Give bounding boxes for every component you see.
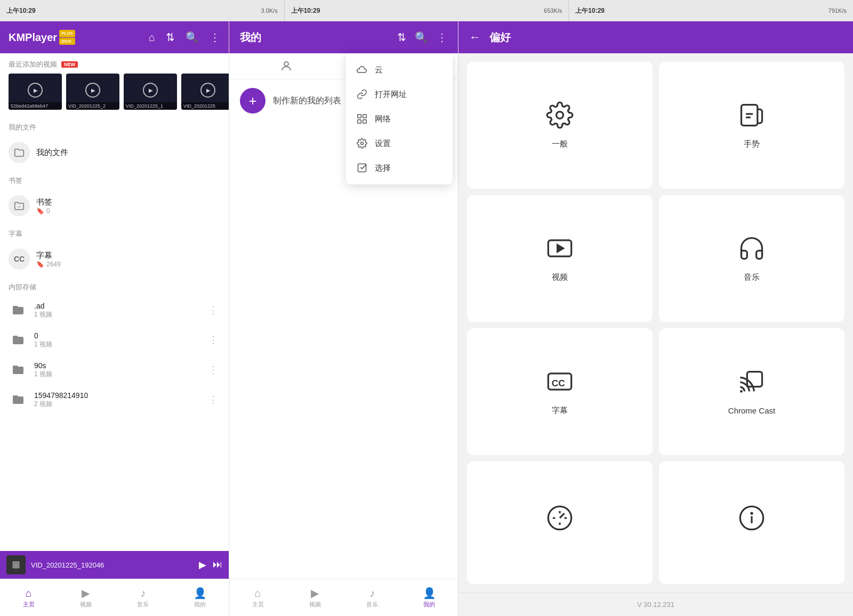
folder-0[interactable]: 0 1 视频 ⋮ (0, 325, 229, 355)
settings-card-info[interactable] (659, 461, 844, 584)
nav-mine-mid[interactable]: 👤 我的 (401, 583, 458, 612)
subtitle-info: 字幕 🔖 2649 (36, 250, 220, 268)
sort-mid-icon[interactable]: ⇅ (397, 31, 406, 44)
speed-3: 791K/s (828, 7, 847, 14)
recent-label: 最近添加的视频 (9, 60, 57, 69)
my-files-label: 我的文件 (36, 148, 68, 158)
nav-music-mid[interactable]: ♪ 音乐 (344, 584, 401, 612)
thumb-3[interactable]: VID_20201225_1 (124, 74, 177, 110)
settings-grid: 一般 手势 (458, 53, 853, 593)
folder-name-ad: .ad (34, 302, 200, 310)
next-btn[interactable]: ⏭ (213, 559, 222, 571)
music-nav-icon: ♪ (140, 587, 146, 599)
music-mid-icon: ♪ (369, 587, 375, 599)
folder-more-1594[interactable]: ⋮ (206, 392, 220, 408)
settings-card-music[interactable]: 音乐 (659, 195, 844, 322)
settings-card-chromecast[interactable]: Chrome Cast (659, 328, 844, 455)
tab-person[interactable] (229, 53, 344, 79)
left-content: 最近添加的视频 NEW 526ed42a68eb47 VID_20201225_… (0, 53, 229, 616)
nav-video-mid[interactable]: ▶ 视频 (286, 583, 343, 612)
folder-name-90s: 90s (34, 361, 200, 370)
middle-header: 我的 ⇅ 🔍 ⋮ (229, 21, 458, 53)
more-mid-icon[interactable]: ⋮ (437, 31, 447, 44)
add-list-label: 制作新的我的列表 (273, 95, 341, 107)
dropdown-cloud-label: 云 (375, 65, 383, 75)
panel-middle: 我的 ⇅ 🔍 ⋮ + 制作新的我的列表 (229, 21, 458, 616)
thumb-1[interactable]: 526ed42a68eb47 (9, 74, 62, 110)
dropdown-url[interactable]: 打开网址 (346, 82, 453, 107)
sort-icon[interactable]: ⇅ (166, 31, 175, 44)
home-nav-label: 主页 (23, 601, 35, 609)
mine-nav-icon: 👤 (194, 587, 207, 599)
svg-rect-15 (740, 390, 742, 392)
folder-ad[interactable]: .ad 1 视频 ⋮ (0, 295, 229, 325)
play-icon-1 (28, 83, 43, 98)
version-text: V 30.12.231 (637, 601, 674, 609)
dropdown-select[interactable]: 选择 (346, 156, 453, 180)
nav-home-mid[interactable]: ⌂ 主页 (229, 584, 286, 612)
nav-home-left[interactable]: ⌂ 主页 (0, 584, 57, 612)
icons-1: 3.0K/s (261, 7, 277, 14)
settings-menu-icon (357, 138, 367, 149)
folder-1594[interactable]: 1594798214910 2 视频 ⋮ (0, 385, 229, 415)
folder-more-90s[interactable]: ⋮ (206, 362, 220, 378)
add-list-button[interactable]: + (240, 88, 265, 114)
folder-more-ad[interactable]: ⋮ (206, 302, 220, 318)
mine-nav-label: 我的 (194, 601, 206, 609)
svg-rect-16 (747, 372, 762, 387)
dropdown-settings[interactable]: 设置 (346, 131, 453, 156)
mine-mid-icon: 👤 (423, 587, 436, 599)
subtitle-item[interactable]: CC 字幕 🔖 2649 (0, 242, 229, 276)
subtitle-icon: CC (9, 248, 30, 270)
bookmark-item[interactable]: 书签 🔖 0 (0, 189, 229, 223)
subtitle-title: 字幕 (36, 250, 220, 261)
my-files-item[interactable]: 我的文件 (0, 135, 229, 169)
folder-more-0[interactable]: ⋮ (206, 332, 220, 348)
settings-card-general[interactable]: 一般 (467, 62, 653, 189)
middle-title: 我的 (240, 30, 389, 45)
folder-info-0: 0 1 视频 (34, 331, 200, 349)
dropdown-cloud[interactable]: 云 (346, 58, 453, 82)
gesture-label: 手势 (744, 139, 760, 149)
search-icon[interactable]: 🔍 (186, 31, 199, 44)
mini-thumb (6, 555, 26, 574)
cloud-icon (357, 64, 367, 75)
thumb-4[interactable]: VID_20201225 (181, 74, 229, 110)
settings-card-gesture[interactable]: 手势 (659, 62, 844, 189)
home-icon[interactable]: ⌂ (149, 31, 155, 44)
thumb-name-2: VID_20201225_2 (66, 102, 119, 110)
home-mid-icon: ⌂ (255, 587, 261, 599)
svg-rect-10 (742, 105, 758, 126)
video-mid-icon: ▶ (311, 587, 319, 599)
time-1: 上午10:29 (6, 6, 36, 15)
mine-mid-label: 我的 (423, 601, 435, 609)
gear-settings-icon (546, 101, 574, 133)
svg-rect-1 (12, 561, 19, 568)
back-button[interactable]: ← (469, 30, 481, 44)
thumb-2[interactable]: VID_20201225_2 (66, 74, 119, 110)
settings-card-video[interactable]: 视频 (467, 195, 653, 322)
svg-rect-5 (358, 120, 361, 124)
folder-90s[interactable]: 90s 1 视频 ⋮ (0, 355, 229, 385)
left-bottom-nav: ⌂ 主页 ▶ 视频 ♪ 音乐 👤 我的 (0, 579, 229, 616)
nav-video-left[interactable]: ▶ 视频 (57, 583, 114, 612)
chromecast-settings-icon (738, 368, 766, 400)
nav-music-left[interactable]: ♪ 音乐 (115, 584, 172, 612)
settings-card-subtitle[interactable]: CC 字幕 (467, 328, 653, 455)
subtitle-sub: 🔖 2649 (36, 261, 220, 268)
folder-info-ad: .ad 1 视频 (34, 302, 200, 319)
status-bar-2: 上午10:29 653K/s (285, 0, 569, 21)
bookmark-section-label: 书签 (0, 169, 229, 189)
dropdown-network[interactable]: 网络 (346, 107, 453, 131)
time-2: 上午10:29 (291, 6, 320, 15)
play-pause-btn[interactable]: ▶ (199, 559, 206, 571)
search-mid-icon[interactable]: 🔍 (415, 31, 428, 44)
middle-bottom-nav: ⌂ 主页 ▶ 视频 ♪ 音乐 👤 我的 (229, 579, 458, 616)
version-bar: V 30.12.231 (458, 593, 853, 616)
play-icon-4 (200, 83, 215, 98)
folder-icon-ad (9, 301, 28, 320)
thumb-name-1: 526ed42a68eb47 (9, 102, 62, 110)
more-icon[interactable]: ⋮ (210, 31, 220, 44)
nav-mine-left[interactable]: 👤 我的 (172, 583, 229, 612)
settings-card-speed[interactable] (467, 461, 653, 584)
